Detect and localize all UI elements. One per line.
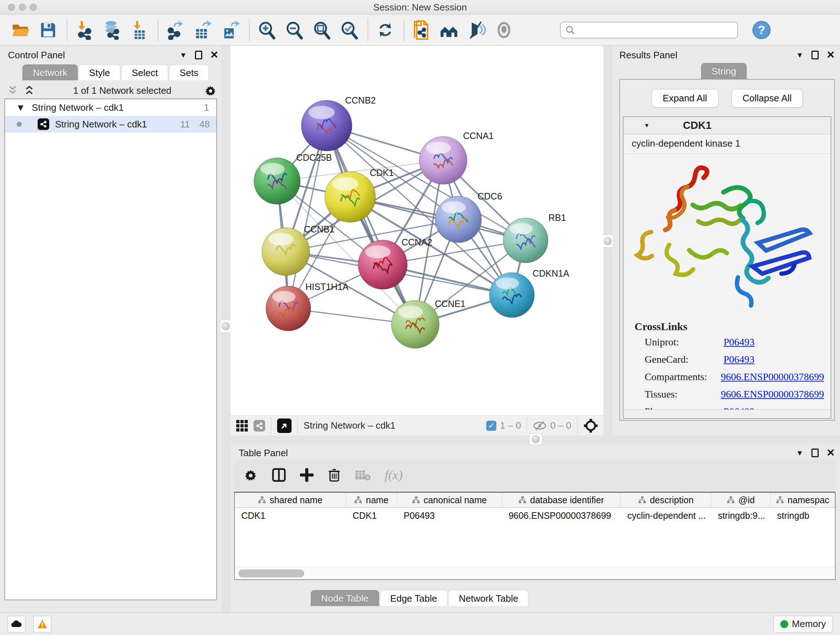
horizontal-splitter-handle[interactable] bbox=[529, 433, 542, 445]
network-node-RB1[interactable]: RB1 bbox=[503, 212, 566, 263]
zoom-out-button[interactable] bbox=[284, 19, 305, 41]
selected-checkbox[interactable]: ✓ bbox=[486, 421, 496, 431]
table-options-gear-icon[interactable] bbox=[243, 468, 258, 482]
app-updates-button[interactable] bbox=[7, 616, 25, 632]
column-header-@id[interactable]: @id bbox=[711, 493, 771, 507]
string-network-graph[interactable]: CCNB2CCNA1CDC25BCDK1CDC6RB1CCNB1CCNA2CDK… bbox=[231, 46, 603, 415]
tab-string[interactable]: String bbox=[701, 63, 747, 79]
table-cell[interactable]: CDK1 bbox=[346, 508, 397, 523]
table-cell[interactable]: 9606.ENSP00000378699 bbox=[502, 508, 621, 523]
crosshair-icon[interactable] bbox=[583, 418, 598, 433]
import-network-database-button[interactable] bbox=[101, 19, 122, 41]
crosslink-link[interactable]: P06493 bbox=[723, 336, 755, 348]
float-panel-icon[interactable] bbox=[812, 448, 819, 457]
tab-network-table[interactable]: Network Table bbox=[448, 590, 529, 606]
close-panel-icon[interactable]: ✕ bbox=[210, 50, 218, 60]
expand-all-button[interactable]: Expand All bbox=[652, 89, 718, 108]
tab-edge-table[interactable]: Edge Table bbox=[380, 590, 448, 606]
edge-CCNB2-CCNE1[interactable] bbox=[327, 126, 415, 325]
crosslink-link[interactable]: 9606.ENSP00000378699 bbox=[721, 388, 824, 400]
network-node-CCNB1[interactable]: CCNB1 bbox=[262, 224, 335, 276]
column-header-description[interactable]: description bbox=[621, 493, 711, 507]
network-node-CCNB2[interactable]: CCNB2 bbox=[302, 95, 376, 151]
right-splitter-handle[interactable] bbox=[602, 234, 614, 248]
panel-menu-icon[interactable]: ▼ bbox=[796, 51, 804, 59]
help-button[interactable]: ? bbox=[751, 19, 772, 41]
network-node-CDC25B[interactable]: CDC25B bbox=[254, 152, 332, 204]
table-cell[interactable]: cyclin-dependent ... bbox=[621, 508, 711, 523]
close-panel-icon[interactable]: ✕ bbox=[827, 50, 835, 60]
crosslink-link[interactable]: 9606.ENSP00000378699 bbox=[721, 371, 824, 383]
float-panel-icon[interactable] bbox=[812, 51, 819, 59]
network-node-CCNA2[interactable]: CCNA2 bbox=[358, 237, 432, 289]
table-hscrollbar[interactable] bbox=[235, 567, 835, 579]
column-header-shared-name[interactable]: shared name bbox=[235, 493, 346, 507]
table-cell[interactable]: stringdb:9... bbox=[711, 508, 771, 523]
column-header-database-identifier[interactable]: database identifier bbox=[502, 493, 621, 507]
zoom-in-button[interactable] bbox=[256, 19, 277, 41]
left-splitter[interactable] bbox=[221, 46, 231, 613]
export-table-button[interactable] bbox=[193, 19, 213, 41]
tree-expander-icon[interactable]: ▼ bbox=[16, 102, 25, 113]
network-canvas[interactable]: CCNB2CCNA1CDC25BCDK1CDC6RB1CCNB1CCNA2CDK… bbox=[231, 46, 603, 415]
show-columns-icon[interactable] bbox=[272, 468, 286, 482]
expand-all-icon[interactable] bbox=[24, 85, 35, 96]
export-network-button[interactable] bbox=[165, 19, 186, 41]
import-table-button[interactable] bbox=[129, 19, 150, 41]
protein-section-header[interactable]: ▼ CDK1 bbox=[624, 117, 831, 134]
refresh-button[interactable] bbox=[375, 19, 396, 41]
hide-selected-button[interactable] bbox=[466, 19, 487, 41]
horizontal-splitter[interactable] bbox=[231, 435, 840, 443]
table-hscrollbar-thumb[interactable] bbox=[238, 570, 304, 578]
open-session-button[interactable] bbox=[10, 19, 31, 41]
grid-view-icon[interactable] bbox=[235, 419, 248, 432]
section-expander-icon[interactable]: ▼ bbox=[644, 122, 650, 129]
network-collection-row[interactable]: ▼ String Network – cdk1 1 bbox=[5, 99, 216, 116]
panel-menu-icon[interactable]: ▼ bbox=[180, 51, 187, 59]
network-node-CDKN1A[interactable]: CDKN1A bbox=[489, 268, 569, 318]
hidden-eye-slash-icon[interactable] bbox=[533, 420, 546, 431]
float-panel-icon[interactable] bbox=[195, 51, 202, 59]
birds-eye-view-button[interactable] bbox=[277, 418, 292, 433]
tab-style[interactable]: Style bbox=[79, 65, 120, 80]
network-view-icon[interactable] bbox=[254, 420, 265, 432]
table-cell[interactable]: CDK1 bbox=[235, 508, 346, 523]
import-network-file-button[interactable] bbox=[74, 19, 95, 41]
network-node-CCNA1[interactable]: CCNA1 bbox=[419, 131, 494, 184]
collapse-all-icon[interactable] bbox=[7, 85, 18, 96]
search-input[interactable] bbox=[575, 25, 733, 35]
table-cell[interactable]: stringdb bbox=[771, 508, 835, 523]
close-panel-icon[interactable]: ✕ bbox=[827, 448, 835, 458]
zoom-selected-button[interactable] bbox=[339, 19, 360, 41]
column-header-name[interactable]: name bbox=[346, 493, 397, 507]
export-image-button[interactable] bbox=[220, 19, 241, 41]
results-scrollbar[interactable] bbox=[624, 409, 831, 418]
right-splitter[interactable] bbox=[603, 46, 612, 435]
string-home-button[interactable] bbox=[439, 19, 459, 41]
tab-sets[interactable]: Sets bbox=[169, 65, 209, 80]
network-node-CCNE1[interactable]: CCNE1 bbox=[392, 299, 466, 348]
gear-icon[interactable] bbox=[204, 84, 217, 97]
panel-menu-icon[interactable]: ▼ bbox=[796, 449, 804, 457]
column-header-canonical-name[interactable]: canonical name bbox=[397, 493, 502, 507]
save-session-button[interactable] bbox=[38, 19, 58, 41]
tab-network[interactable]: Network bbox=[22, 65, 78, 80]
network-node-CDC6[interactable]: CDC6 bbox=[435, 191, 502, 242]
table-row[interactable]: CDK1CDK1P064939606.ENSP00000378699cyclin… bbox=[235, 508, 835, 523]
network-row-selected[interactable]: String Network – cdk1 11 48 bbox=[5, 116, 216, 133]
tab-select[interactable]: Select bbox=[121, 65, 168, 80]
memory-button[interactable]: Memory bbox=[774, 616, 833, 632]
collapse-all-button[interactable]: Collapse All bbox=[731, 89, 803, 108]
column-header-namespac[interactable]: namespac bbox=[771, 493, 835, 507]
tab-node-table[interactable]: Node Table bbox=[311, 590, 379, 606]
duplicate-network-button[interactable] bbox=[411, 19, 432, 41]
create-column-plus-icon[interactable] bbox=[300, 468, 314, 482]
zoom-fit-button[interactable] bbox=[311, 19, 332, 41]
left-splitter-handle[interactable] bbox=[220, 320, 232, 333]
show-eye-button[interactable] bbox=[493, 19, 515, 41]
table-cell[interactable]: P06493 bbox=[397, 508, 502, 523]
warnings-button[interactable] bbox=[33, 616, 51, 632]
network-node-HIST1H1A[interactable]: HIST1H1A bbox=[266, 282, 349, 331]
crosslink-link[interactable]: P06493 bbox=[723, 354, 755, 365]
delete-column-trash-icon[interactable] bbox=[327, 468, 341, 482]
